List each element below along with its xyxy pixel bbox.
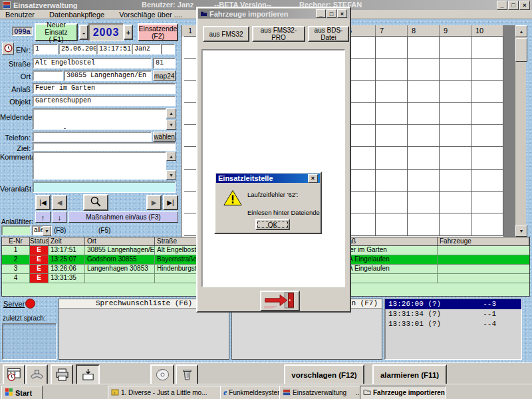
scroll-up-icon[interactable]: ▲ [515, 25, 527, 37]
task-button[interactable]: ♪1. Diverse - Just a Little mo... [108, 386, 225, 399]
time-field[interactable]: 13:17:51 [96, 44, 132, 55]
grid-cell[interactable] [471, 213, 503, 235]
kommentar-scroll-up-icon[interactable]: ▲ [166, 152, 176, 161]
grid-cell[interactable] [471, 147, 503, 169]
strasse-field[interactable]: Alt Engelbostel [33, 58, 152, 68]
inbox-button[interactable] [76, 364, 100, 386]
menu-item[interactable]: Vorschläge über .... [116, 10, 185, 19]
print-button[interactable] [51, 364, 73, 386]
grid-cell[interactable] [440, 125, 471, 147]
user-field[interactable]: Janz [132, 44, 161, 55]
dialog-minimize-button[interactable]: _ [316, 9, 326, 18]
menu-item[interactable]: Benutzer [3, 10, 37, 19]
anlassfilter-input[interactable] [1, 225, 31, 235]
grid-cell[interactable] [440, 103, 471, 125]
grid-cell[interactable] [376, 37, 408, 59]
filter-dropdown[interactable]: alle ▼ [32, 225, 52, 235]
grid-cell[interactable] [408, 59, 440, 80]
meldender-scroll-down-icon[interactable]: ▼ [166, 120, 176, 130]
sort-down-button[interactable]: ↓ [52, 211, 67, 223]
waehlen-button[interactable]: wählen [153, 132, 176, 142]
menu-item[interactable]: Datenbankpflege [47, 10, 107, 19]
maximize-button[interactable]: □ [508, 1, 519, 10]
ziel-field[interactable] [33, 142, 176, 151]
close-button[interactable]: × [519, 1, 530, 10]
year-plus-button[interactable]: + [124, 25, 133, 40]
last-record-button[interactable]: ▶| [163, 195, 178, 210]
grid-cell[interactable] [376, 192, 408, 213]
grid-cell[interactable] [440, 147, 471, 169]
error-close-button[interactable]: × [308, 174, 318, 183]
ok-button[interactable]: OK [255, 219, 290, 230]
error-dialog-titlebar[interactable]: Einsatzleitstelle × [216, 174, 320, 183]
new-incident-button[interactable]: Neuer Einsatz( F1) [35, 23, 78, 41]
grid-cell[interactable] [440, 81, 471, 103]
alarm-list-item[interactable]: 13:33:01 (?)--4 [385, 319, 521, 329]
grid-cell[interactable] [376, 213, 408, 235]
table-header-cell[interactable]: Zeit [49, 237, 85, 245]
calendar-button[interactable]: 1 2 [3, 364, 25, 386]
grid-cell[interactable] [471, 103, 503, 125]
grid-cell[interactable] [471, 125, 503, 147]
meldender-scroll-up-icon[interactable]: ▲ [166, 108, 176, 118]
hausnr-field[interactable]: 81 [153, 58, 176, 68]
grid-cell[interactable] [376, 147, 408, 169]
alarm-list-item[interactable]: 13:26:00 (?)--3 [385, 299, 521, 309]
minimize-button[interactable]: _ [497, 1, 507, 10]
grid-cell[interactable] [440, 170, 471, 192]
grid-scrollbar[interactable]: ▲ ▼ [515, 25, 526, 237]
grid-cell[interactable] [408, 125, 440, 147]
grid-cell[interactable] [408, 170, 440, 192]
task-button[interactable]: Fahrzeuge importieren [360, 386, 446, 399]
server-label[interactable]: Server [3, 300, 25, 308]
first-record-button[interactable]: |◀ [35, 195, 51, 210]
end-incident-button[interactable]: Einsatzende(F2) [138, 23, 178, 41]
sort-up-button[interactable]: ↑ [35, 211, 51, 223]
massnahmen-toggle-button[interactable]: Maßnahmen ein/aus (F3) [68, 211, 178, 223]
meldender-field[interactable]: Herr Walter Birkenstraße 11 [33, 108, 166, 130]
grid-cell[interactable] [376, 125, 408, 147]
date-field[interactable]: 25.06.2003 [59, 44, 96, 55]
grid-cell[interactable] [408, 192, 440, 213]
grid-cell[interactable] [408, 213, 440, 235]
veranlasst-field[interactable] [33, 182, 176, 193]
grid-cell[interactable] [376, 170, 408, 192]
map24-button[interactable]: map24 [153, 70, 176, 81]
grid-cell[interactable] [408, 147, 440, 169]
objekt-field[interactable]: Gartenschuppen [33, 96, 176, 106]
ort-prefix-field[interactable] [33, 70, 63, 81]
vorschlagen-button[interactable]: vorschlagen (F12) [284, 364, 364, 385]
phone-button[interactable] [25, 364, 48, 386]
exit-dialog-button[interactable] [260, 291, 300, 311]
grid-cell[interactable] [471, 37, 503, 59]
dialog-maximize-button[interactable]: □ [327, 9, 336, 18]
task-button[interactable]: Einsatzverwaltung... [279, 386, 364, 399]
search-button[interactable] [83, 194, 108, 211]
grid-cell[interactable] [440, 59, 471, 80]
scroll-thumb[interactable] [515, 38, 527, 62]
grid-cell[interactable] [440, 37, 471, 59]
table-header-cell[interactable]: Ort [85, 237, 155, 245]
chevron-down-icon[interactable]: ▼ [43, 226, 51, 236]
next-record-button[interactable]: ▶ [146, 195, 162, 210]
start-button[interactable]: Start [1, 386, 43, 399]
table-header-cell[interactable]: Status [30, 237, 49, 245]
grid-cell[interactable] [471, 170, 503, 192]
grid-cell[interactable] [440, 192, 471, 213]
grid-cell[interactable] [408, 81, 440, 103]
delete-button[interactable] [176, 364, 198, 386]
telefon-field[interactable] [33, 132, 152, 142]
alarm-listbox[interactable]: 13:26:00 (?)--313:31:34 (?)--113:33:01 (… [384, 299, 522, 360]
table-header-cell[interactable]: Anlaß [336, 237, 438, 245]
grid-cell[interactable] [471, 59, 503, 80]
grid-cell[interactable] [408, 103, 440, 125]
grid-cell[interactable] [376, 103, 408, 125]
anlass-field[interactable]: Feuer im Garten [33, 83, 176, 94]
import-fms32pro-button[interactable]: aus FMS32-PRO [252, 26, 305, 42]
grid-cell[interactable] [376, 81, 408, 103]
enr-extra-field[interactable] [161, 44, 175, 55]
import-dialog-titlebar[interactable]: Fahrzeuge importieren _ □ × [198, 9, 349, 19]
import-fms32-button[interactable]: aus FMS32 [203, 26, 249, 42]
ort-field[interactable]: 30855 Langenhagen/En [64, 70, 152, 81]
grid-cell[interactable] [440, 213, 471, 235]
